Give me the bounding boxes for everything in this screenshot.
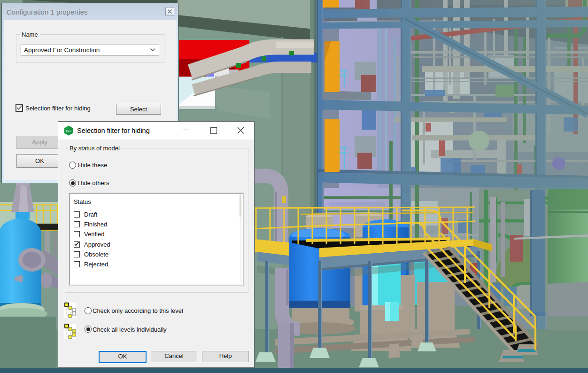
svg-text:Plant: Plant — [66, 130, 71, 132]
